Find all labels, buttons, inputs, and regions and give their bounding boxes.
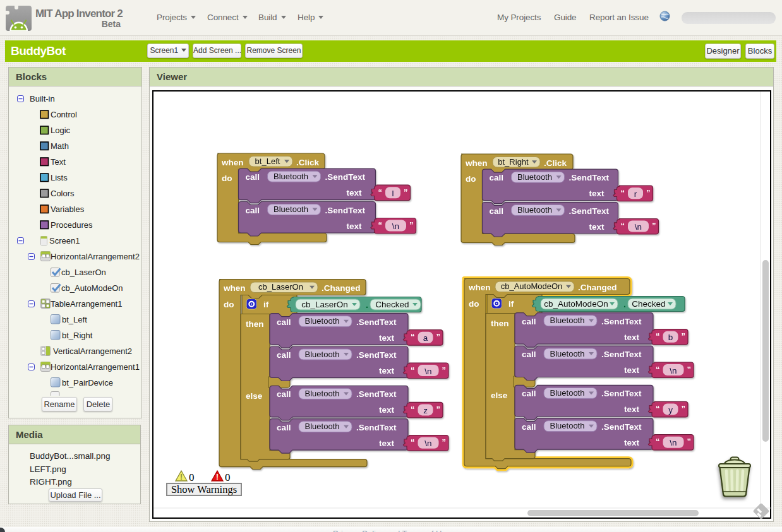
svg-text:text: text xyxy=(589,189,605,198)
svg-text:call: call xyxy=(246,172,260,182)
svg-text:else: else xyxy=(246,391,263,401)
svg-text:text: text xyxy=(346,222,362,231)
svg-text:cb_AutoModeOn: cb_AutoModeOn xyxy=(544,299,608,309)
svg-text:Bluetooth: Bluetooth xyxy=(550,388,585,398)
svg-text:.SendText: .SendText xyxy=(601,422,642,432)
svg-text:y: y xyxy=(668,405,673,415)
svg-text:.SendText: .SendText xyxy=(356,317,397,327)
svg-text:when: when xyxy=(465,158,488,168)
svg-text:”: ” xyxy=(682,331,686,341)
svg-text:.SendText: .SendText xyxy=(569,173,610,182)
svg-text:text: text xyxy=(379,333,395,343)
svg-text:then: then xyxy=(246,319,264,329)
svg-text:Bluetooth: Bluetooth xyxy=(305,422,340,431)
svg-text:when: when xyxy=(221,158,244,167)
svg-text:!: ! xyxy=(180,473,183,482)
svg-text:”: ” xyxy=(436,405,441,414)
svg-text:.Click: .Click xyxy=(544,158,567,168)
svg-text:“: “ xyxy=(378,220,383,230)
svg-text:Bluetooth: Bluetooth xyxy=(550,421,585,430)
svg-text:Checked: Checked xyxy=(632,299,665,309)
svg-text:if: if xyxy=(508,299,514,309)
svg-text:.SendText: .SendText xyxy=(356,423,397,432)
svg-text:Checked: Checked xyxy=(375,300,409,309)
svg-text:call: call xyxy=(277,389,291,399)
svg-text:when: when xyxy=(468,283,491,292)
svg-text:call: call xyxy=(522,389,536,398)
svg-text:.Click: .Click xyxy=(296,158,320,167)
svg-text:do: do xyxy=(469,299,479,309)
svg-text:”: ” xyxy=(682,404,686,413)
svg-text:.SendText: .SendText xyxy=(601,350,642,359)
svg-text:.SendText: .SendText xyxy=(325,172,366,182)
svg-text:else: else xyxy=(491,391,508,400)
svg-text:call: call xyxy=(277,423,291,432)
svg-text:b: b xyxy=(668,333,673,342)
svg-text:text: text xyxy=(624,405,640,414)
svg-text:if: if xyxy=(263,300,269,309)
svg-text:“: “ xyxy=(621,221,625,230)
svg-text:text: text xyxy=(624,365,640,375)
svg-text:”: ” xyxy=(442,437,447,447)
svg-text:.SendText: .SendText xyxy=(569,206,610,216)
svg-text:call: call xyxy=(522,350,536,359)
svg-text:bt_Left: bt_Left xyxy=(255,157,280,166)
svg-text:.SendText: .SendText xyxy=(325,206,366,215)
svg-text:text: text xyxy=(379,439,395,448)
svg-text:”: ” xyxy=(442,365,447,375)
svg-text:call: call xyxy=(522,317,536,326)
svg-text:”: ” xyxy=(409,220,414,230)
svg-text:z: z xyxy=(423,406,428,415)
svg-text:”: ” xyxy=(436,332,441,341)
svg-text:cb_LaserOn: cb_LaserOn xyxy=(258,282,303,292)
svg-text:.SendText: .SendText xyxy=(601,389,642,398)
svg-text:0: 0 xyxy=(189,471,195,483)
svg-text:Bluetooth: Bluetooth xyxy=(274,204,308,214)
svg-text:.Changed: .Changed xyxy=(578,283,617,292)
svg-text:\n: \n xyxy=(424,367,431,376)
svg-text:“: “ xyxy=(411,437,415,447)
svg-text:.SendText: .SendText xyxy=(356,389,397,399)
svg-text:”: ” xyxy=(652,221,656,230)
svg-text:.SendText: .SendText xyxy=(356,350,397,360)
svg-text:Bluetooth: Bluetooth xyxy=(305,389,340,398)
svg-text:“: “ xyxy=(656,437,660,446)
svg-text:cb_AutoModeOn: cb_AutoModeOn xyxy=(501,281,563,291)
svg-text:“: “ xyxy=(656,404,660,413)
svg-text:call: call xyxy=(246,206,260,215)
svg-text:then: then xyxy=(491,319,509,328)
svg-text:Bluetooth: Bluetooth xyxy=(305,316,340,326)
svg-text:call: call xyxy=(277,317,291,327)
svg-text:\n: \n xyxy=(424,439,431,448)
svg-text:r: r xyxy=(634,189,637,199)
svg-text:\n: \n xyxy=(670,438,677,447)
svg-text:when: when xyxy=(223,283,246,293)
svg-text:text: text xyxy=(346,188,362,198)
svg-text:text: text xyxy=(589,222,605,232)
svg-text:“: “ xyxy=(656,365,660,374)
svg-text:”: ” xyxy=(687,365,692,374)
svg-text:“: “ xyxy=(621,188,625,198)
svg-text:a: a xyxy=(423,333,428,343)
svg-text:Bluetooth: Bluetooth xyxy=(274,172,308,181)
svg-text:“: “ xyxy=(378,187,383,197)
svg-text:bt_Right: bt_Right xyxy=(498,157,529,167)
svg-text:call: call xyxy=(490,173,504,182)
svg-text:Bluetooth: Bluetooth xyxy=(517,172,552,182)
svg-text:do: do xyxy=(224,300,234,309)
svg-text:Bluetooth: Bluetooth xyxy=(550,316,585,325)
svg-text:Bluetooth: Bluetooth xyxy=(550,349,585,358)
svg-text:!: ! xyxy=(216,473,219,482)
svg-text:text: text xyxy=(624,438,640,447)
svg-text:text: text xyxy=(379,405,395,415)
svg-text:“: “ xyxy=(411,332,415,341)
svg-text:l: l xyxy=(392,189,394,198)
svg-text:.: . xyxy=(366,300,368,310)
svg-text:call: call xyxy=(522,422,536,432)
svg-text:Bluetooth: Bluetooth xyxy=(517,205,552,215)
svg-text:0: 0 xyxy=(225,471,231,483)
svg-text:”: ” xyxy=(687,437,692,446)
svg-text:.SendText: .SendText xyxy=(601,317,642,326)
svg-text:text: text xyxy=(379,366,395,375)
svg-text:cb_LaserOn: cb_LaserOn xyxy=(301,300,348,309)
